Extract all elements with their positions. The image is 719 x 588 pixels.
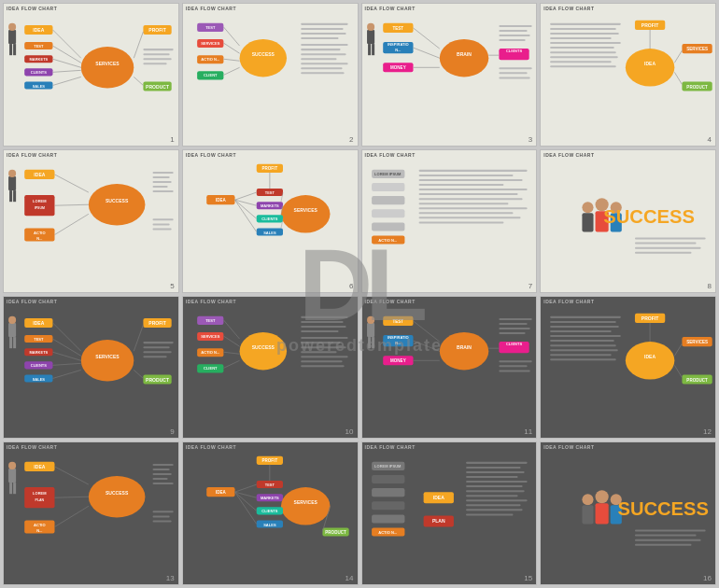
svg-point-318 <box>281 487 330 525</box>
svg-text:PROFIT: PROFIT <box>641 22 659 28</box>
svg-text:CLIENTS: CLIENTS <box>31 363 47 368</box>
svg-line-52 <box>223 27 239 46</box>
svg-point-297 <box>89 476 146 517</box>
slide-3[interactable]: IDEA FLOW CHART TEST INSPIRATIO N... MON… <box>361 3 538 147</box>
svg-text:IDEA: IDEA <box>216 490 227 495</box>
svg-rect-30 <box>143 63 166 64</box>
svg-rect-93 <box>550 23 621 25</box>
svg-text:TEST: TEST <box>205 25 216 30</box>
slide-16[interactable]: IDEA FLOW CHART SUCCESS 16 <box>540 441 716 585</box>
svg-rect-226 <box>301 330 338 332</box>
svg-rect-240 <box>368 337 371 348</box>
slide-11-content: TEST INSPIRATIO N... MONEY BRAIN CLIENTS <box>362 297 537 439</box>
slide-15-number: 15 <box>524 574 532 582</box>
svg-text:N...: N... <box>395 341 401 345</box>
slide-4-content: PROFIT IDEA SERVICES PRODUCT <box>541 4 715 146</box>
slide-13-number: 13 <box>166 574 175 582</box>
svg-rect-335 <box>372 488 404 497</box>
slide-13[interactable]: IDEA FLOW CHART IDEA LOREM PLAN ACTIO N.… <box>3 441 179 585</box>
svg-rect-349 <box>466 485 523 487</box>
svg-rect-337 <box>372 515 404 524</box>
svg-text:SUCCESS: SUCCESS <box>106 198 129 203</box>
svg-rect-27 <box>143 49 173 50</box>
svg-point-221 <box>239 332 286 370</box>
svg-rect-169 <box>418 217 520 218</box>
svg-rect-168 <box>418 212 513 214</box>
svg-text:SERVICES: SERVICES <box>95 61 120 66</box>
svg-rect-172 <box>583 213 594 231</box>
svg-rect-184 <box>9 337 12 348</box>
svg-text:SERVICES: SERVICES <box>293 207 317 213</box>
slide-3-content: TEST INSPIRATIO N... MONEY BRAIN CLIENTS <box>362 4 537 146</box>
slide-8-content: SUCCESS <box>541 150 715 292</box>
svg-line-91 <box>675 50 683 63</box>
svg-text:N...: N... <box>36 235 42 240</box>
slide-9[interactable]: IDEA FLOW CHART IDEA TEST MARKETS CLIENT… <box>3 296 179 440</box>
svg-text:LOREM: LOREM <box>33 491 47 496</box>
svg-line-118 <box>55 204 89 205</box>
svg-rect-365 <box>635 539 701 541</box>
svg-text:PROFIT: PROFIT <box>148 27 166 33</box>
svg-rect-225 <box>301 325 345 327</box>
svg-rect-347 <box>466 476 518 478</box>
slide-6[interactable]: IDEA FLOW CHART PROFIT IDEA TEST MARKETS… <box>182 149 359 293</box>
svg-line-23 <box>52 70 80 72</box>
slide-14[interactable]: IDEA FLOW CHART PROFIT IDEA TEST MARKETS… <box>182 441 359 585</box>
svg-rect-123 <box>152 186 167 188</box>
svg-rect-162 <box>418 184 503 186</box>
svg-line-235 <box>223 336 239 346</box>
svg-rect-3 <box>13 44 16 55</box>
svg-line-24 <box>52 77 80 85</box>
svg-rect-364 <box>635 535 697 537</box>
svg-rect-282 <box>550 349 618 351</box>
slide-7[interactable]: IDEA FLOW CHART LOREM IPSUM ACTIO N... <box>361 149 538 293</box>
svg-rect-46 <box>301 49 340 50</box>
slide-10[interactable]: IDEA FLOW CHART TEST SERVICES ACTIO N...… <box>182 296 359 440</box>
svg-text:PRODUCT: PRODUCT <box>146 376 170 382</box>
slide-5[interactable]: IDEA FLOW CHART IDEA LOREM IPSUM ACTIO N… <box>3 149 179 293</box>
svg-rect-79 <box>499 67 531 69</box>
svg-line-327 <box>234 484 256 492</box>
slide-16-number: 16 <box>703 574 712 582</box>
svg-point-249 <box>439 332 487 370</box>
svg-text:CLIENTS: CLIENTS <box>31 70 47 75</box>
svg-text:PROFIT: PROFIT <box>261 166 277 171</box>
svg-text:MARKETS: MARKETS <box>29 57 48 62</box>
slide-11-number: 11 <box>524 427 532 436</box>
slide-2-number: 2 <box>349 135 353 144</box>
svg-rect-363 <box>635 530 706 532</box>
svg-point-358 <box>596 490 609 503</box>
svg-text:N...: N... <box>36 528 42 533</box>
slide-1[interactable]: IDEA FLOW CHART IDEA TEST MARKETS CLIENT… <box>3 3 179 147</box>
svg-rect-302 <box>152 464 173 466</box>
slide-4[interactable]: IDEA FLOW CHART PROFIT IDEA SERVICES PRO… <box>540 3 716 147</box>
svg-text:PRODUCT: PRODUCT <box>687 85 709 90</box>
svg-rect-43 <box>301 33 345 35</box>
slide-11[interactable]: IDEA FLOW CHART TEST INSPIRATIO N... MON… <box>361 296 538 440</box>
svg-rect-78 <box>499 39 525 41</box>
svg-line-71 <box>413 28 439 49</box>
svg-rect-42 <box>301 28 343 30</box>
svg-text:SUCCESS: SUCCESS <box>251 344 275 350</box>
svg-rect-357 <box>583 506 594 525</box>
svg-line-53 <box>223 43 239 53</box>
svg-rect-106 <box>13 190 16 202</box>
svg-rect-288 <box>13 483 16 494</box>
svg-rect-354 <box>466 510 523 511</box>
svg-rect-163 <box>418 189 527 190</box>
svg-rect-285 <box>8 469 16 483</box>
svg-rect-160 <box>418 175 513 176</box>
svg-rect-230 <box>301 351 336 353</box>
slide-12[interactable]: IDEA FLOW CHART PROFIT IDEA SERVICES PRO… <box>540 296 716 440</box>
svg-rect-261 <box>499 360 531 362</box>
slide-8[interactable]: IDEA FLOW CHART SUCCESS <box>540 149 716 293</box>
svg-line-254 <box>413 341 439 351</box>
slide-15[interactable]: IDEA FLOW CHART LOREM IPSUM ACTIO N... I… <box>361 441 538 585</box>
slide-2[interactable]: IDEA FLOW CHART TEST SERVICES ACTIO N...… <box>182 3 359 147</box>
svg-rect-102 <box>550 65 616 67</box>
svg-text:PROFIT: PROFIT <box>148 319 166 325</box>
svg-rect-154 <box>372 196 404 204</box>
svg-rect-58 <box>368 44 371 55</box>
svg-rect-164 <box>418 193 517 195</box>
svg-rect-126 <box>152 223 169 225</box>
